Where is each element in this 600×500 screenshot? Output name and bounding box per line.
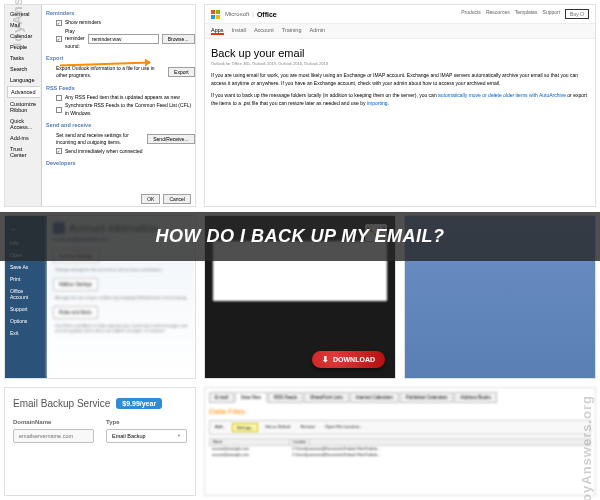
- sidebar-item[interactable]: Options: [8, 315, 44, 327]
- rss-opt-2: Synchronize RSS Feeds to the Common Feed…: [65, 102, 195, 117]
- toolbar: Add... Settings... Set as Default Remove…: [209, 420, 591, 435]
- subnav-install[interactable]: Install: [232, 27, 246, 35]
- checkbox-icon[interactable]: ✓: [56, 148, 62, 154]
- export-button[interactable]: Export: [168, 67, 194, 77]
- show-reminders-label: Show reminders: [65, 19, 195, 27]
- paragraph-2: If you want to back up the message folde…: [211, 91, 589, 107]
- header: Microsoft | Office Products Resources Te…: [205, 5, 595, 24]
- service-title: Email Backup Service: [13, 398, 110, 409]
- logo: Microsoft | Office: [211, 10, 277, 19]
- download-button[interactable]: DOWNLOAD: [312, 351, 385, 368]
- nav-link[interactable]: Templates: [515, 9, 538, 19]
- sidebar-item[interactable]: Office Account: [8, 285, 44, 303]
- cancel-button[interactable]: Cancel: [163, 194, 191, 204]
- tab-calendars[interactable]: Internet Calendars: [350, 392, 399, 403]
- rss-heading: RSS Feeds: [46, 84, 195, 92]
- top-nav: Products Resources Templates Support Buy…: [461, 9, 589, 19]
- buy-button[interactable]: Buy O: [565, 9, 589, 19]
- sidebar-item[interactable]: Save As: [8, 261, 44, 273]
- send-receive-button[interactable]: Send/Receive...: [147, 134, 194, 144]
- options-main: Reminders ✓Show reminders ✓Play reminder…: [42, 5, 196, 206]
- outlook-options-tile: General Mail Calendar People Tasks Searc…: [4, 4, 196, 207]
- sidebar-item[interactable]: Support: [8, 303, 44, 315]
- default-button[interactable]: Set as Default: [262, 423, 293, 432]
- sidebar-item[interactable]: Exit: [8, 327, 44, 339]
- nav-link[interactable]: Resources: [486, 9, 510, 19]
- checkbox-icon[interactable]: ✓: [56, 20, 62, 26]
- tab-address[interactable]: Address Books: [454, 392, 496, 403]
- sub-nav: Apps Install Account Training Admin: [205, 24, 595, 39]
- sidebar-item[interactable]: Quick Access...: [7, 116, 39, 132]
- sidebar-item[interactable]: Trust Center: [7, 144, 39, 160]
- data-files-heading: Data Files: [209, 407, 591, 416]
- tab-sharepoint[interactable]: SharePoint Lists: [304, 392, 349, 403]
- watermark-right: JoyAnswers.org: [579, 395, 594, 500]
- brand-microsoft: Microsoft: [225, 11, 249, 17]
- export-heading: Export: [46, 54, 195, 62]
- tab-rss[interactable]: RSS Feeds: [268, 392, 303, 403]
- overlay-banner: HOW DO I BACK UP MY EMAIL?: [0, 212, 600, 261]
- article: Back up your email Outlook for Office 36…: [205, 39, 595, 119]
- domain-input[interactable]: [13, 429, 94, 443]
- brand-office: Office: [257, 11, 277, 18]
- paragraph-1: If you are using email for work, you are…: [211, 71, 589, 87]
- sidebar-item[interactable]: Search: [7, 64, 39, 74]
- play-sound-label: Play reminder sound:: [65, 28, 85, 51]
- subnav-account[interactable]: Account: [254, 27, 274, 35]
- subnav-admin[interactable]: Admin: [309, 27, 325, 35]
- browse-button[interactable]: Browse...: [162, 34, 195, 44]
- sendrec-heading: Send and receive: [46, 121, 195, 129]
- microsoft-logo-icon: [211, 10, 220, 19]
- reminder-file-input[interactable]: [88, 34, 159, 44]
- email-backup-service-tile: Email Backup Service $9.99/year DomainNa…: [4, 387, 196, 496]
- mailbox-settings-button[interactable]: Mailbox Settings: [53, 278, 98, 291]
- type-select[interactable]: Email Backup: [106, 429, 187, 443]
- tab-pub-cal[interactable]: Published Calendars: [400, 392, 454, 403]
- reminders-heading: Reminders: [46, 9, 195, 17]
- open-location-button[interactable]: Open File Location...: [322, 423, 365, 432]
- sidebar-item[interactable]: Language: [7, 75, 39, 85]
- autoarchive-link[interactable]: automatically move or delete older items…: [438, 92, 566, 98]
- price-badge: $9.99/year: [116, 398, 162, 409]
- checkbox-icon[interactable]: [56, 107, 62, 113]
- ms-office-support-tile: Microsoft | Office Products Resources Te…: [204, 4, 596, 207]
- subnav-training[interactable]: Training: [282, 27, 302, 35]
- tab-data-files[interactable]: Data Files: [235, 392, 267, 403]
- send-immediate-label: Send immediately when connected: [65, 148, 195, 156]
- rules-desc: Use Rules and Alerts to help organize yo…: [55, 323, 189, 333]
- sidebar-item[interactable]: Tasks: [7, 53, 39, 63]
- sidebar-item[interactable]: Print: [8, 273, 44, 285]
- tab-email[interactable]: E-mail: [209, 392, 234, 403]
- checkbox-icon[interactable]: ✓: [56, 36, 62, 42]
- ok-button[interactable]: OK: [141, 194, 160, 204]
- applies-to: Outlook for Office 365, Outlook 2019, Ou…: [211, 61, 589, 66]
- sidebar-item[interactable]: Add-ins: [7, 133, 39, 143]
- nav-link[interactable]: Support: [543, 9, 561, 19]
- sidebar-item-advanced[interactable]: Advanced: [7, 86, 40, 98]
- table-row[interactable]: account@example.comC:\Users\[username]\D…: [209, 452, 591, 458]
- watermark-left: JoyAnswers.org: [10, 0, 25, 50]
- account-settings-desc: Change settings for this account or set …: [55, 267, 189, 272]
- col-location: Location: [290, 439, 310, 445]
- data-files-tile: E-mail Data Files RSS Feeds SharePoint L…: [204, 387, 596, 496]
- nav-link[interactable]: Products: [461, 9, 481, 19]
- rss-opt-1: Any RSS Feed item that is updated appear…: [65, 94, 195, 102]
- domain-label: DomainName: [13, 419, 94, 425]
- col-name: Name: [210, 439, 290, 445]
- sidebar-item[interactable]: Customize Ribbon: [7, 99, 39, 115]
- export-desc: Export Outlook information to a file for…: [56, 65, 165, 80]
- developers-heading: Developers: [46, 159, 195, 167]
- tabs: E-mail Data Files RSS Feeds SharePoint L…: [209, 392, 591, 403]
- rules-alerts-button[interactable]: Rules and Alerts: [53, 306, 98, 319]
- divider: |: [252, 11, 254, 17]
- remove-button[interactable]: Remove: [297, 423, 318, 432]
- importing-link[interactable]: importing: [367, 100, 388, 106]
- mailbox-desc: Manage the size of your mailbox by empty…: [55, 295, 189, 300]
- checkbox-icon[interactable]: [56, 95, 62, 101]
- add-button[interactable]: Add...: [212, 423, 228, 432]
- page-title: Back up your email: [211, 47, 589, 59]
- banner-question: HOW DO I BACK UP MY EMAIL?: [0, 226, 600, 247]
- subnav-apps[interactable]: Apps: [211, 27, 224, 35]
- settings-button[interactable]: Settings...: [232, 423, 258, 432]
- type-label: Type: [106, 419, 187, 425]
